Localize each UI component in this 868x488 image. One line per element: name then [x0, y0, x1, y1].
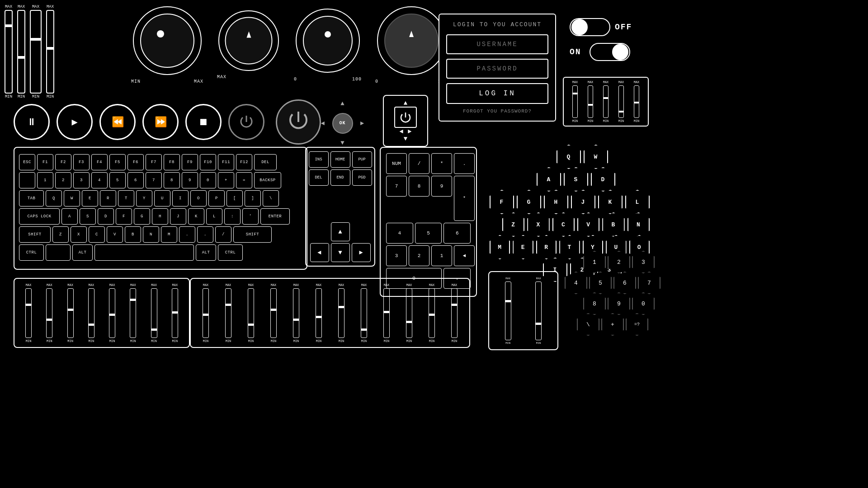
- kb-shift-left[interactable]: SHIFT: [19, 226, 51, 243]
- knob-2-inner[interactable]: [225, 17, 273, 65]
- hex-np-0[interactable]: 0: [632, 292, 655, 315]
- kb-plus[interactable]: +: [218, 172, 234, 188]
- kb-f12[interactable]: F12: [236, 154, 252, 170]
- kb-f[interactable]: F: [116, 208, 132, 225]
- kb-alt-left[interactable]: ALT: [72, 244, 93, 261]
- hex-key-a[interactable]: A: [537, 167, 561, 192]
- np-7[interactable]: 7: [386, 176, 407, 197]
- kb-g[interactable]: G: [134, 208, 150, 225]
- kb-2[interactable]: 2: [55, 172, 71, 188]
- kb-q[interactable]: Q: [46, 190, 62, 206]
- forward-button[interactable]: ⏩: [142, 104, 179, 140]
- dpad-right[interactable]: ►: [356, 117, 368, 130]
- kb-space[interactable]: [94, 244, 194, 261]
- np-4[interactable]: 4: [386, 223, 413, 244]
- np-3[interactable]: 3: [386, 245, 407, 266]
- kb-c[interactable]: C: [89, 226, 105, 243]
- kb-s[interactable]: S: [80, 208, 96, 225]
- kb-quote[interactable]: ': [242, 208, 259, 225]
- toggle-off-switch[interactable]: [570, 18, 610, 36]
- hex-key-s[interactable]: S: [564, 167, 588, 192]
- play-button[interactable]: ▶: [57, 104, 93, 140]
- np-8[interactable]: 8: [409, 176, 429, 197]
- hex-np-5[interactable]: 5: [589, 272, 612, 294]
- np-triangle[interactable]: ◄: [454, 245, 475, 266]
- knob-3-inner[interactable]: [303, 16, 353, 66]
- kb-semicolon[interactable]: :: [224, 208, 241, 225]
- kb-backslash[interactable]: \: [263, 190, 279, 206]
- arr-up[interactable]: ▲: [331, 222, 350, 241]
- arr-right[interactable]: ►: [352, 243, 371, 262]
- hex-key-h[interactable]: H: [544, 190, 568, 214]
- hex-key-g[interactable]: G: [517, 190, 541, 214]
- kb-period[interactable]: .: [197, 226, 213, 243]
- hex-np-6[interactable]: 6: [613, 272, 636, 294]
- np-1[interactable]: 1: [431, 245, 452, 266]
- kb-l[interactable]: L: [206, 208, 222, 225]
- hex-np-2[interactable]: 2: [608, 251, 630, 273]
- kb-lbracket[interactable]: [: [226, 190, 243, 206]
- hex-key-f[interactable]: F: [490, 190, 514, 214]
- kb-n[interactable]: N: [143, 226, 159, 243]
- nav-down[interactable]: ▼: [404, 135, 407, 142]
- kb-backspace[interactable]: BACKSP: [254, 172, 281, 188]
- login-button[interactable]: LOG IN: [446, 83, 548, 104]
- nav-left[interactable]: ◄: [400, 128, 403, 135]
- hex-key-r2[interactable]: R: [536, 235, 557, 259]
- slider-thumb-4[interactable]: [47, 47, 54, 50]
- np-2[interactable]: 2: [409, 245, 429, 266]
- knob-1-inner[interactable]: [140, 14, 194, 68]
- nav-power-icon[interactable]: [394, 107, 417, 128]
- hex-np-3[interactable]: 3: [632, 251, 655, 273]
- hex-np-8[interactable]: 8: [583, 292, 606, 315]
- power-button-small[interactable]: [228, 104, 264, 140]
- kb-d[interactable]: D: [98, 208, 114, 225]
- kb-y[interactable]: Y: [136, 190, 152, 206]
- np-6[interactable]: 6: [443, 223, 471, 244]
- kb-1[interactable]: 1: [37, 172, 53, 188]
- kb-5[interactable]: 5: [109, 172, 126, 188]
- kb-esc[interactable]: ESC: [19, 154, 35, 170]
- kb-ctrl-left[interactable]: CTRL: [19, 244, 44, 261]
- key-del-nav[interactable]: DEL: [309, 169, 329, 186]
- kb-f7[interactable]: F7: [146, 154, 162, 170]
- slider-track-3[interactable]: [30, 10, 42, 94]
- kb-f6[interactable]: F6: [127, 154, 144, 170]
- stop-button[interactable]: ⏹: [185, 104, 222, 140]
- key-ins[interactable]: INS: [309, 151, 329, 168]
- hex-key-l[interactable]: L: [625, 190, 650, 214]
- kb-r[interactable]: R: [100, 190, 116, 206]
- kb-alt-right[interactable]: ALT: [196, 244, 216, 261]
- kb-j[interactable]: J: [170, 208, 186, 225]
- hex-key-m[interactable]: M: [490, 235, 510, 259]
- kb-o[interactable]: O: [190, 190, 207, 206]
- kb-f8[interactable]: F8: [164, 154, 180, 170]
- kb-v[interactable]: V: [107, 226, 123, 243]
- kb-4[interactable]: 4: [91, 172, 108, 188]
- hex-key-x[interactable]: X: [527, 212, 549, 237]
- kb-f3[interactable]: F3: [73, 154, 90, 170]
- kb-8[interactable]: 8: [164, 172, 180, 188]
- key-home[interactable]: HOME: [330, 151, 350, 168]
- kb-h[interactable]: H: [152, 208, 168, 225]
- kb-comma[interactable]: .: [179, 226, 195, 243]
- slider-thumb-3[interactable]: [30, 38, 41, 41]
- dpad-left[interactable]: ◄: [316, 117, 329, 130]
- kb-equals[interactable]: =: [236, 172, 252, 188]
- kb-shift-right[interactable]: SHIFT: [233, 226, 272, 243]
- hex-np-7[interactable]: 7: [638, 272, 660, 294]
- knob-4-inner[interactable]: [384, 14, 439, 68]
- slider-track-2[interactable]: [17, 10, 25, 94]
- hex-key-n[interactable]: N: [627, 212, 650, 237]
- kb-x[interactable]: X: [71, 226, 87, 243]
- kb-f1[interactable]: F1: [37, 154, 53, 170]
- arr-down[interactable]: ▼: [331, 243, 350, 262]
- hex-key-c[interactable]: C: [552, 212, 575, 237]
- hex-np-plus[interactable]: +: [601, 313, 624, 336]
- rewind-button[interactable]: ⏪: [99, 104, 136, 140]
- kb-u[interactable]: U: [154, 190, 170, 206]
- kb-0[interactable]: 0: [200, 172, 216, 188]
- slider-thumb-2[interactable]: [18, 56, 25, 59]
- slider-thumb-1[interactable]: [5, 24, 12, 27]
- np-slash[interactable]: /: [409, 153, 429, 174]
